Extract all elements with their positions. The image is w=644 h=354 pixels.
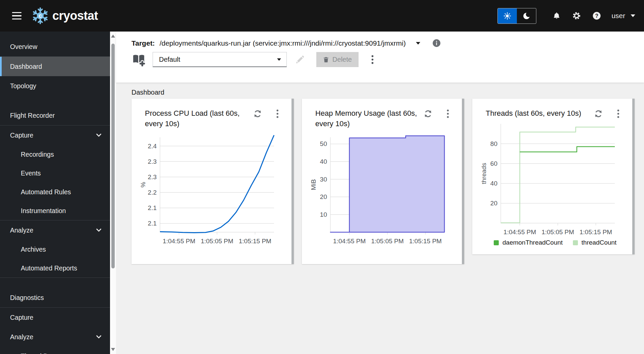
sidebar-item-archives[interactable]: Archives (0, 240, 110, 259)
sidebar-item-instrumentation[interactable]: Instrumentation (0, 201, 110, 220)
help-button[interactable]: ? (587, 7, 607, 24)
kebab-icon (447, 109, 449, 118)
sidebar-gap (0, 278, 110, 288)
chart-canvas: 806040201:04:55 PM1:05:05 PM1:05:15 PMth… (481, 117, 628, 238)
legend-item-daemonThreadCount: daemonThreadCount (494, 239, 563, 246)
sidebar-item-label: Instrumentation (21, 207, 66, 215)
sidebar-item-topology[interactable]: Topology (0, 76, 110, 96)
sidebar-item-diagnostics[interactable]: Diagnostics (0, 288, 110, 307)
sidebar-item-label: Topology (10, 82, 36, 90)
moon-icon (523, 12, 530, 20)
kebab-icon (276, 109, 279, 118)
rename-layout-button[interactable] (296, 55, 304, 64)
series-daemonThreadCount (520, 147, 615, 152)
svg-text:1:05:15 PM: 1:05:15 PM (409, 238, 442, 245)
card-kebab-menu[interactable] (276, 109, 279, 119)
legend-swatch (494, 240, 499, 245)
sidebar-item-label: Capture (10, 314, 33, 321)
series-threadCount (501, 127, 615, 223)
svg-text:threads: threads (481, 163, 487, 184)
legend-swatch (573, 240, 578, 245)
scrollbar-thumb[interactable] (111, 44, 115, 268)
sidebar-item-label: Thread Dumps (21, 352, 64, 354)
card-resize-handle[interactable] (632, 99, 635, 254)
refresh-button[interactable] (424, 110, 432, 119)
series-heapMemoryUsage (330, 136, 444, 232)
theme-toggle-group (497, 8, 536, 24)
sidebar-item-capture-2[interactable]: Capture (0, 308, 110, 327)
layout-catalog-button[interactable] (131, 53, 146, 66)
delete-layout-button[interactable]: Delete (316, 52, 359, 67)
target-label: Target: (131, 39, 155, 47)
sidebar-item-label: Diagnostics (10, 294, 44, 302)
brand: c cryostat (32, 7, 98, 24)
target-bar: Target: /deployments/quarkus-run.jar (se… (116, 32, 644, 47)
layout-select[interactable]: Default (153, 52, 287, 67)
svg-text:1:05:05 PM: 1:05:05 PM (201, 238, 233, 245)
sidebar-item-label: Capture (10, 132, 33, 139)
theme-light-toggle[interactable] (498, 8, 517, 23)
sidebar-item-capture[interactable]: Capture (0, 125, 110, 145)
sun-icon (503, 12, 512, 20)
legend-item-threadCount: threadCount (573, 239, 617, 246)
layout-kebab-menu[interactable] (369, 54, 376, 65)
scroll-down-arrow[interactable] (111, 348, 115, 351)
card-process-cpu-load: Process CPU Load (last 60s, every 10s) (131, 99, 294, 264)
sidebar-item-analyze[interactable]: Analyze (0, 220, 110, 240)
target-select-toggle[interactable] (415, 39, 422, 47)
svg-text:2.4: 2.4 (148, 143, 157, 150)
svg-text:MiB: MiB (310, 179, 317, 190)
sidebar-item-label: Overview (10, 43, 37, 51)
theme-dark-toggle[interactable] (517, 8, 536, 23)
svg-text:2.1: 2.1 (148, 220, 157, 227)
svg-text:2.2: 2.2 (148, 189, 157, 196)
question-circle-icon: ? (592, 11, 601, 20)
card-resize-handle[interactable] (462, 99, 464, 264)
user-menu[interactable]: user (611, 12, 635, 20)
settings-button[interactable] (567, 7, 587, 24)
notifications-button[interactable] (546, 7, 567, 24)
caret-down-icon (631, 14, 635, 17)
target-info-button[interactable] (432, 39, 441, 47)
svg-text:2.1: 2.1 (148, 204, 157, 211)
sidebar-item-flight-recorder[interactable]: Flight Recorder (0, 106, 110, 125)
svg-text:1:05:15 PM: 1:05:15 PM (239, 238, 271, 245)
caret-down-icon (416, 42, 420, 45)
svg-text:40: 40 (320, 158, 327, 165)
card-resize-handle[interactable] (291, 99, 294, 264)
caret-down-icon (277, 58, 281, 61)
bell-icon (552, 12, 561, 20)
sidebar-item-label: Analyze (10, 226, 33, 234)
sidebar-item-events[interactable]: Events (0, 164, 110, 183)
sidebar-item-recordings[interactable]: Recordings (0, 145, 110, 164)
sidebar-scrollbar[interactable] (110, 32, 116, 354)
sidebar-item-overview[interactable]: Overview (0, 37, 110, 56)
sidebar-item-label: Flight Recorder (10, 112, 55, 119)
sidebar-gap (0, 96, 110, 106)
svg-text:10: 10 (320, 211, 327, 218)
content-header: Target: /deployments/quarkus-run.jar (se… (116, 32, 644, 83)
sidebar-item-automated-rules[interactable]: Automated Rules (0, 183, 110, 201)
chevron-down-icon (96, 134, 101, 137)
threads-chart: 806040201:04:55 PM1:05:05 PM1:05:15 PMth… (481, 117, 628, 239)
chart-legend: daemonThreadCountthreadCount (494, 239, 616, 246)
kebab-icon (371, 55, 374, 64)
pencil-icon (296, 55, 304, 64)
card-kebab-menu[interactable] (447, 109, 449, 119)
sidebar-item-dashboard[interactable]: Dashboard (0, 57, 110, 76)
nav-toggle-button[interactable] (10, 10, 23, 22)
scroll-up-arrow[interactable] (111, 35, 115, 38)
svg-text:2.3: 2.3 (148, 158, 157, 165)
sidebar-item-label: Recordings (21, 151, 54, 158)
sync-icon (594, 110, 602, 118)
sidebar-item-thread-dumps[interactable]: Thread Dumps (0, 347, 110, 354)
refresh-button[interactable] (254, 110, 262, 119)
layout-select-value: Default (153, 56, 180, 63)
svg-text:20: 20 (320, 193, 327, 200)
legend-label: threadCount (582, 239, 617, 246)
sidebar-item-analyze-2[interactable]: Analyze (0, 327, 110, 347)
card-threads: Threads (last 60s, every 10s) (472, 99, 635, 254)
sidebar-item-label: Automated Reports (21, 264, 77, 272)
legend-label: daemonThreadCount (502, 239, 563, 246)
sidebar-item-automated-reports[interactable]: Automated Reports (0, 259, 110, 277)
